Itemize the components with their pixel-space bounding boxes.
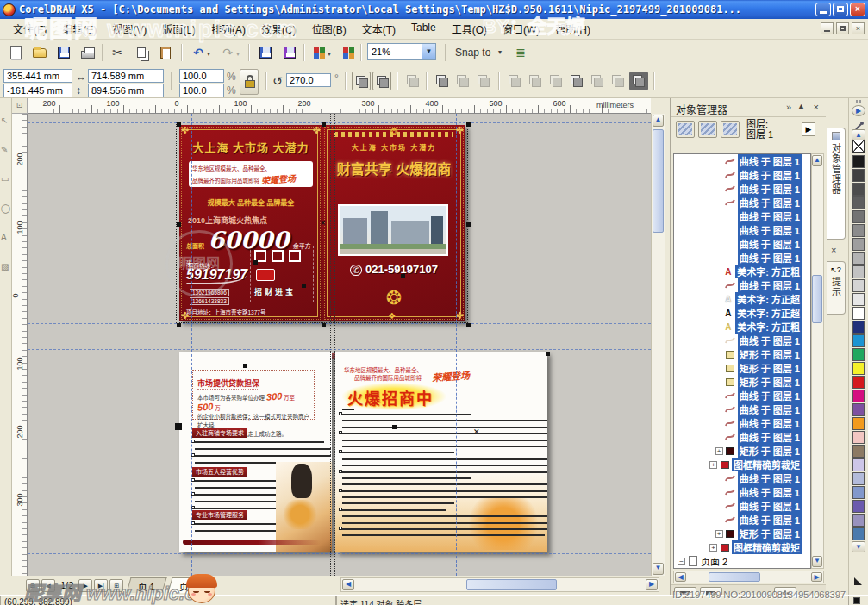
palette-swatch[interactable] — [852, 252, 865, 265]
object-list-scrollbar[interactable]: ▲ ▼ — [811, 153, 824, 569]
object-row[interactable]: 曲线 于 图层 1 — [674, 278, 810, 292]
selection-handle[interactable] — [302, 284, 306, 288]
selection-handle[interactable] — [322, 323, 326, 327]
selection-handle[interactable] — [466, 323, 471, 327]
vertical-ruler[interactable]: 2001000100200300 — [12, 114, 28, 576]
restore-button[interactable] — [833, 3, 848, 16]
selection-handle[interactable] — [339, 412, 342, 415]
tab-close-icon[interactable]: × — [831, 245, 836, 255]
palette-swatch[interactable] — [852, 458, 865, 471]
palette-expand-corner[interactable] — [854, 577, 862, 585]
front-minus-back-button[interactable] — [588, 72, 607, 90]
scale-x-field[interactable]: 100.0 — [179, 69, 224, 83]
menu-item[interactable]: 帮助(H) — [547, 19, 598, 39]
first-page-button[interactable]: ◀ — [41, 579, 55, 592]
selection-handle[interactable] — [401, 274, 405, 278]
object-row[interactable]: 曲线 于 图层 1 — [674, 416, 810, 430]
cut-button[interactable]: ✂ — [107, 42, 128, 63]
object-row[interactable]: 曲线 于 图层 1 — [674, 223, 810, 237]
canvas-vertical-scrollbar[interactable]: ▲ ▼ — [651, 114, 665, 576]
menu-item[interactable]: 位图(B) — [304, 19, 354, 39]
menu-item[interactable]: 文件(F) — [5, 19, 54, 39]
horizontal-ruler[interactable]: millimeters 2001000100200300400500600 — [28, 98, 651, 114]
page-row[interactable]: −页面 2 — [674, 554, 810, 568]
application-launcher-button[interactable] — [309, 42, 329, 63]
palette-swatch[interactable] — [852, 238, 865, 251]
doc-close-button[interactable]: × — [852, 22, 865, 34]
toolbox-tool-icon[interactable]: A — [1, 233, 7, 242]
selection-handle[interactable] — [322, 122, 326, 127]
expand-icon[interactable]: + — [709, 544, 717, 552]
list-scroll-up[interactable]: ▲ — [812, 155, 822, 166]
selection-handle[interactable] — [339, 431, 342, 434]
drawing-canvas[interactable]: ✤ ✤ ✤ 大上海 大市场 大潜力 华东地区规模最大、品种最全、 品牌最齐的国际… — [28, 114, 651, 576]
palette-swatch[interactable] — [852, 417, 865, 430]
ungroup-all-button[interactable] — [474, 72, 493, 90]
expand-icon[interactable]: + — [715, 530, 723, 538]
object-row[interactable]: 矩形 于 图层 1 — [674, 361, 810, 375]
selection-handle[interactable] — [339, 450, 342, 453]
last-page-button[interactable]: ▶| — [94, 579, 108, 592]
object-row[interactable]: 曲线 于 图层 1 — [674, 430, 810, 444]
doc-restore-button[interactable] — [836, 22, 849, 34]
palette-swatch[interactable] — [852, 196, 865, 209]
redo-dropdown[interactable]: ▾ — [236, 50, 240, 58]
object-list-hscrollbar[interactable]: ◀ ▶ — [673, 571, 824, 583]
ruler-origin-button[interactable]: ⊡ — [12, 98, 28, 114]
menu-item[interactable]: 文本(T) — [354, 19, 403, 39]
selection-handle[interactable] — [339, 470, 342, 473]
list-scroll-down[interactable]: ▼ — [812, 556, 822, 567]
export-button[interactable] — [279, 42, 300, 63]
list-scroll-right[interactable]: ▶ — [811, 572, 822, 582]
mirror-vertical-button[interactable] — [372, 72, 391, 90]
redo-button[interactable]: ↷ — [217, 42, 238, 63]
group-button[interactable] — [433, 72, 452, 90]
paste-button[interactable] — [155, 42, 176, 63]
hscroll-thumb[interactable] — [466, 579, 557, 590]
toolbox-tool-icon[interactable]: ◯ — [1, 203, 10, 213]
palette-swatch[interactable] — [852, 431, 865, 444]
palette-swatch[interactable] — [852, 224, 865, 237]
docker-flyout-icon[interactable]: » — [786, 102, 791, 112]
palette-swatch[interactable] — [852, 321, 865, 334]
menu-item[interactable]: Table — [403, 19, 444, 39]
object-row[interactable]: 矩形 于 图层 1 — [674, 347, 810, 361]
scroll-down-button[interactable]: ▼ — [653, 563, 664, 575]
snap-to-dropdown[interactable]: ▾ — [498, 48, 502, 56]
edit-across-layers-button[interactable] — [698, 121, 717, 138]
object-row[interactable]: 曲线 于 图层 1 — [674, 471, 810, 485]
palette-flyout-button[interactable]: ▶ — [852, 105, 865, 116]
new-document-button[interactable] — [5, 42, 26, 63]
tab-hints[interactable]: ↖? 提示 — [827, 261, 846, 315]
palette-swatch[interactable] — [852, 390, 865, 402]
add-page-button[interactable]: ⊞ — [26, 579, 40, 592]
object-row[interactable]: 曲线 于 图层 1 — [674, 237, 810, 251]
intersect-button[interactable] — [546, 72, 565, 90]
object-width-field[interactable]: 714.589 mm — [88, 69, 164, 83]
object-row[interactable]: 曲线 于 图层 1 — [674, 402, 810, 416]
palette-swatch[interactable] — [852, 279, 865, 292]
selection-handle[interactable] — [243, 364, 247, 368]
list-scroll-thumb[interactable] — [812, 275, 822, 323]
undo-dropdown[interactable]: ▾ — [207, 50, 210, 58]
snap-to-label[interactable]: Snap to — [455, 47, 490, 59]
object-row[interactable]: A美术字: 方正超 — [674, 306, 810, 320]
object-row[interactable]: 曲线 于 图层 1 — [674, 499, 810, 513]
scrollbar-thumb[interactable] — [653, 129, 664, 233]
palette-swatch[interactable] — [852, 376, 865, 389]
menu-item[interactable]: 排列(A) — [203, 19, 253, 39]
toolbox-strip[interactable]: ↖✎▭◯A▨ — [0, 98, 12, 577]
object-row[interactable]: 曲线 于 图层 1 — [674, 251, 810, 265]
object-row[interactable]: 曲线 于 图层 1 — [674, 209, 810, 223]
docker-close-icon[interactable]: × — [814, 102, 819, 112]
palette-swatch[interactable] — [852, 472, 865, 485]
selection-handle[interactable] — [339, 527, 342, 530]
object-x-field[interactable]: 355.441 mm — [3, 69, 72, 83]
list-hscroll-thumb[interactable] — [709, 572, 760, 582]
import-button[interactable] — [255, 42, 276, 63]
next-page-button[interactable]: ▶ — [78, 579, 92, 592]
lock-ratio-button[interactable] — [240, 69, 259, 95]
palette-swatch[interactable] — [852, 514, 865, 527]
selection-handle[interactable] — [177, 222, 181, 227]
close-button[interactable]: × — [850, 3, 865, 16]
